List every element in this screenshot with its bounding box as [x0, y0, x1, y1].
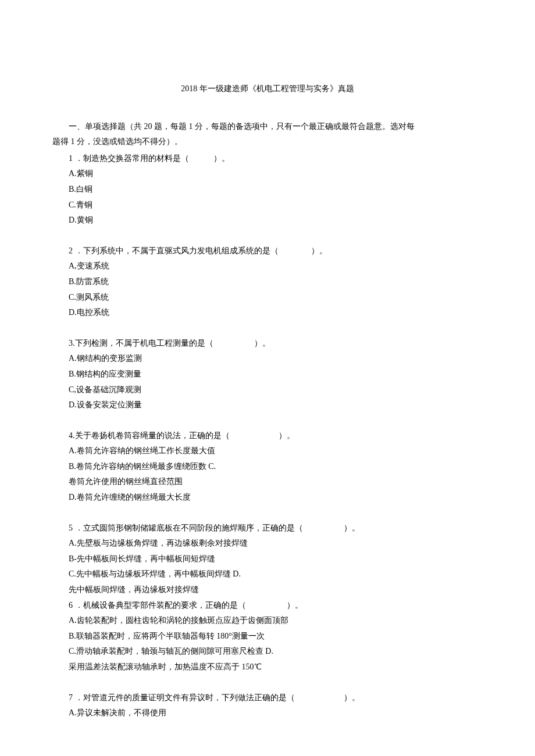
- option-a: A,变速系统: [52, 259, 483, 274]
- option-b: B.防雷系统: [52, 274, 483, 290]
- question-4: 4.关于卷扬机卷筒容绳量的说法，正确的是（ ）。 A.卷筒允许容纳的钢丝绳工作长…: [52, 428, 483, 506]
- option-d: D.卷筒允许缠绕的钢丝绳最大长度: [52, 490, 483, 506]
- option-d: D.电控系统: [52, 305, 483, 321]
- question-text: 7 ．对管道元件的质量证明文件有异议时，下列做法正确的是（ ）。: [52, 690, 483, 706]
- question-text: 1 ．制造热交换器常用的材料是（ ）。: [52, 151, 483, 167]
- option-a: A.卷筒允许容纳的钢丝绳工作长度最大值: [52, 443, 483, 459]
- option-c-text: 卷筒允许使用的钢丝绳直径范围: [52, 474, 483, 490]
- section-header-line2: 题得 1 分，没选或错选均不得分）。: [52, 134, 483, 150]
- question-2: 2 ．下列系统中，不属于直驱式风力发电机组成系统的是（ ）。 A,变速系统 B.…: [52, 243, 483, 321]
- section-header-line1: 一、单项选择题（共 20 题，每题 1 分，每题的备选项中，只有一个最正确或最符…: [52, 119, 483, 135]
- option-b: B.卷筒允许容纳的钢丝绳最多缠绕匝数 C.: [52, 459, 483, 475]
- question-5: 5 ．立式圆筒形钢制储罐底板在不同阶段的施焊顺序，正确的是（ ）。 A.先壁板与…: [52, 521, 483, 598]
- option-b: B.联轴器装配时，应将两个半联轴器每转 180°测量一次: [52, 629, 483, 644]
- option-c: C.青铜: [52, 198, 483, 213]
- question-1: 1 ．制造热交换器常用的材料是（ ）。 A.紫铜 B.白铜 C.青铜 D.黄铜: [52, 151, 483, 228]
- option-d-text: 先中幅板间焊缝，再边缘板对接焊缝: [52, 582, 483, 598]
- option-c: C.先中幅板与边缘板环焊缝，再中幅板间焊缝 D.: [52, 567, 483, 582]
- question-text: 4.关于卷扬机卷筒容绳量的说法，正确的是（ ）。: [52, 428, 483, 444]
- option-d: D.黄铜: [52, 213, 483, 228]
- question-text: 3.下列检测，不属于机电工程测量的是（ ）。: [52, 336, 483, 352]
- option-a: A.异议未解决前，不得使用: [52, 705, 483, 721]
- option-a: A.紫铜: [52, 166, 483, 182]
- question-7: 7 ．对管道元件的质量证明文件有异议时，下列做法正确的是（ ）。 A.异议未解决…: [52, 690, 483, 721]
- option-a: A.钢结构的变形监测: [52, 351, 483, 367]
- option-c: C.滑动轴承装配时，轴颈与轴瓦的侧间隙可用塞尺检查 D.: [52, 644, 483, 660]
- question-text: 2 ．下列系统中，不属于直驱式风力发电机组成系统的是（ ）。: [52, 243, 483, 259]
- option-d: D.设备安装定位测量: [52, 397, 483, 413]
- question-text: 5 ．立式圆筒形钢制储罐底板在不同阶段的施焊顺序，正确的是（ ）。: [52, 521, 483, 536]
- page-title: 2018 年一级建造师《机电工程管理与实务》真题: [52, 81, 483, 97]
- question-text: 6 ．机械设备典型零部件装配的要求，正确的是（ ）。: [52, 598, 483, 614]
- option-b: B.白铜: [52, 182, 483, 198]
- question-6: 6 ．机械设备典型零部件装配的要求，正确的是（ ）。 A.齿轮装配时，圆柱齿轮和…: [52, 598, 483, 675]
- option-b: B.钢结构的应变测量: [52, 367, 483, 382]
- option-b: B-先中幅板间长焊缝，再中幅板间短焊缝: [52, 551, 483, 567]
- option-a: A.先壁板与边缘板角焊缝，再边缘板剩余对接焊缝: [52, 536, 483, 551]
- option-d-text: 采用温差法装配滚动轴承时，加热温度不应高于 150℃: [52, 660, 483, 675]
- option-c: C.测风系统: [52, 290, 483, 306]
- option-a: A.齿轮装配时，圆柱齿轮和涡轮的接触斑点应趋于齿侧面顶部: [52, 613, 483, 629]
- option-c: C,设备基础沉降观测: [52, 382, 483, 398]
- question-3: 3.下列检测，不属于机电工程测量的是（ ）。 A.钢结构的变形监测 B.钢结构的…: [52, 336, 483, 413]
